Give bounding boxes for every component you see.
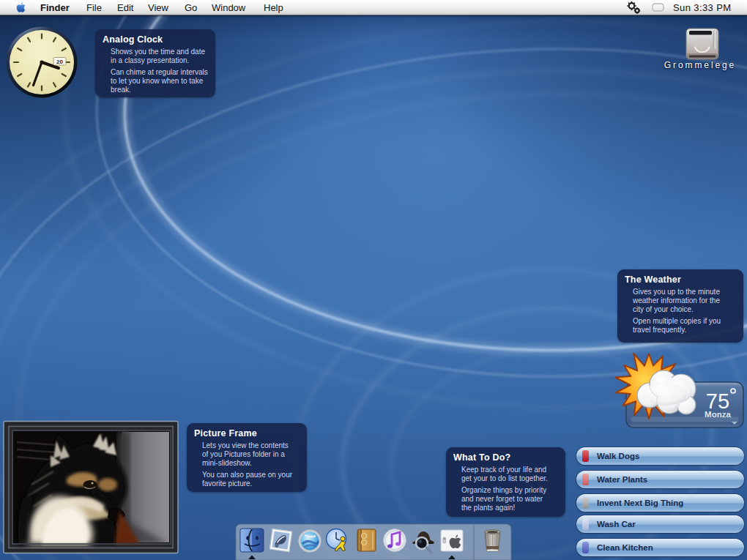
svg-text:20: 20 xyxy=(56,59,63,65)
svg-text:Monza: Monza xyxy=(705,410,731,419)
